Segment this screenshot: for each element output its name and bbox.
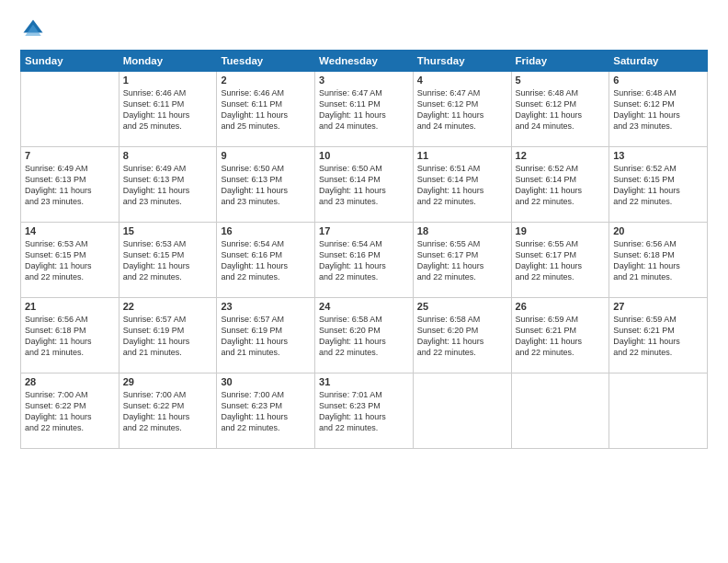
calendar-week-1: 7Sunrise: 6:49 AM Sunset: 6:13 PM Daylig… <box>21 147 708 223</box>
day-number: 20 <box>613 225 703 236</box>
day-number: 22 <box>123 301 213 312</box>
day-detail: Sunrise: 6:46 AM Sunset: 6:11 PM Dayligh… <box>123 87 213 132</box>
day-number: 5 <box>516 75 606 86</box>
day-detail: Sunrise: 6:57 AM Sunset: 6:19 PM Dayligh… <box>123 314 213 359</box>
calendar-cell <box>21 72 119 147</box>
calendar-cell: 3Sunrise: 6:47 AM Sunset: 6:11 PM Daylig… <box>315 72 414 147</box>
day-number: 17 <box>319 225 409 236</box>
day-detail: Sunrise: 6:49 AM Sunset: 6:13 PM Dayligh… <box>25 163 115 208</box>
day-detail: Sunrise: 6:48 AM Sunset: 6:12 PM Dayligh… <box>516 87 606 132</box>
day-number: 21 <box>25 301 115 312</box>
day-detail: Sunrise: 6:55 AM Sunset: 6:17 PM Dayligh… <box>417 238 507 283</box>
calendar-cell: 27Sunrise: 6:59 AM Sunset: 6:21 PM Dayli… <box>609 298 708 373</box>
day-detail: Sunrise: 6:49 AM Sunset: 6:13 PM Dayligh… <box>123 163 213 208</box>
calendar-cell: 12Sunrise: 6:52 AM Sunset: 6:14 PM Dayli… <box>511 147 609 223</box>
day-detail: Sunrise: 6:59 AM Sunset: 6:21 PM Dayligh… <box>613 314 703 359</box>
page: SundayMondayTuesdayWednesdayThursdayFrid… <box>0 0 728 563</box>
calendar-cell <box>413 373 511 449</box>
weekday-header-saturday: Saturday <box>609 51 708 72</box>
calendar-cell: 29Sunrise: 7:00 AM Sunset: 6:22 PM Dayli… <box>119 373 217 449</box>
calendar-cell: 25Sunrise: 6:58 AM Sunset: 6:20 PM Dayli… <box>413 298 511 373</box>
weekday-header-friday: Friday <box>511 51 609 72</box>
calendar-cell: 19Sunrise: 6:55 AM Sunset: 6:17 PM Dayli… <box>511 223 609 298</box>
day-number: 16 <box>221 225 311 236</box>
day-number: 31 <box>319 376 409 387</box>
day-number: 23 <box>221 301 311 312</box>
day-number: 14 <box>25 225 115 236</box>
day-detail: Sunrise: 7:00 AM Sunset: 6:23 PM Dayligh… <box>221 389 311 434</box>
day-number: 29 <box>123 376 213 387</box>
calendar-cell: 16Sunrise: 6:54 AM Sunset: 6:16 PM Dayli… <box>217 223 315 298</box>
weekday-header-wednesday: Wednesday <box>315 51 414 72</box>
calendar-week-3: 21Sunrise: 6:56 AM Sunset: 6:18 PM Dayli… <box>21 298 708 373</box>
calendar-cell: 15Sunrise: 6:53 AM Sunset: 6:15 PM Dayli… <box>119 223 217 298</box>
day-number: 2 <box>221 75 311 86</box>
day-number: 18 <box>417 225 507 236</box>
calendar-cell: 31Sunrise: 7:01 AM Sunset: 6:23 PM Dayli… <box>315 373 414 449</box>
calendar-cell: 7Sunrise: 6:49 AM Sunset: 6:13 PM Daylig… <box>21 147 119 223</box>
day-detail: Sunrise: 6:52 AM Sunset: 6:15 PM Dayligh… <box>613 163 703 208</box>
day-detail: Sunrise: 7:00 AM Sunset: 6:22 PM Dayligh… <box>123 389 213 434</box>
calendar-cell: 28Sunrise: 7:00 AM Sunset: 6:22 PM Dayli… <box>21 373 119 449</box>
day-number: 15 <box>123 225 213 236</box>
day-number: 6 <box>613 75 703 86</box>
calendar-cell: 17Sunrise: 6:54 AM Sunset: 6:16 PM Dayli… <box>315 223 414 298</box>
weekday-header-thursday: Thursday <box>413 51 511 72</box>
calendar-cell: 11Sunrise: 6:51 AM Sunset: 6:14 PM Dayli… <box>413 147 511 223</box>
day-detail: Sunrise: 6:57 AM Sunset: 6:19 PM Dayligh… <box>221 314 311 359</box>
day-number: 3 <box>319 75 409 86</box>
day-detail: Sunrise: 6:52 AM Sunset: 6:14 PM Dayligh… <box>516 163 606 208</box>
calendar-cell: 21Sunrise: 6:56 AM Sunset: 6:18 PM Dayli… <box>21 298 119 373</box>
calendar-body: 1Sunrise: 6:46 AM Sunset: 6:11 PM Daylig… <box>21 72 708 449</box>
day-detail: Sunrise: 6:47 AM Sunset: 6:11 PM Dayligh… <box>319 87 409 132</box>
day-detail: Sunrise: 6:56 AM Sunset: 6:18 PM Dayligh… <box>613 238 703 283</box>
weekday-header-sunday: Sunday <box>21 51 119 72</box>
day-number: 4 <box>417 75 507 86</box>
day-detail: Sunrise: 7:01 AM Sunset: 6:23 PM Dayligh… <box>319 389 409 434</box>
day-number: 25 <box>417 301 507 312</box>
day-number: 13 <box>613 150 703 161</box>
logo-icon <box>20 17 46 42</box>
day-detail: Sunrise: 6:59 AM Sunset: 6:21 PM Dayligh… <box>516 314 606 359</box>
calendar-cell: 4Sunrise: 6:47 AM Sunset: 6:12 PM Daylig… <box>413 72 511 147</box>
day-detail: Sunrise: 6:53 AM Sunset: 6:15 PM Dayligh… <box>25 238 115 283</box>
calendar-cell: 24Sunrise: 6:58 AM Sunset: 6:20 PM Dayli… <box>315 298 414 373</box>
day-detail: Sunrise: 6:46 AM Sunset: 6:11 PM Dayligh… <box>221 87 311 132</box>
day-number: 10 <box>319 150 409 161</box>
day-detail: Sunrise: 6:58 AM Sunset: 6:20 PM Dayligh… <box>417 314 507 359</box>
calendar-table: SundayMondayTuesdayWednesdayThursdayFrid… <box>20 50 708 449</box>
day-number: 24 <box>319 301 409 312</box>
day-number: 8 <box>123 150 213 161</box>
day-detail: Sunrise: 6:50 AM Sunset: 6:14 PM Dayligh… <box>319 163 409 208</box>
day-detail: Sunrise: 6:54 AM Sunset: 6:16 PM Dayligh… <box>221 238 311 283</box>
calendar-cell: 2Sunrise: 6:46 AM Sunset: 6:11 PM Daylig… <box>217 72 315 147</box>
day-detail: Sunrise: 6:58 AM Sunset: 6:20 PM Dayligh… <box>319 314 409 359</box>
day-number: 9 <box>221 150 311 161</box>
day-detail: Sunrise: 6:53 AM Sunset: 6:15 PM Dayligh… <box>123 238 213 283</box>
header <box>20 17 708 42</box>
calendar-cell: 1Sunrise: 6:46 AM Sunset: 6:11 PM Daylig… <box>119 72 217 147</box>
calendar-cell: 9Sunrise: 6:50 AM Sunset: 6:13 PM Daylig… <box>217 147 315 223</box>
calendar-cell: 18Sunrise: 6:55 AM Sunset: 6:17 PM Dayli… <box>413 223 511 298</box>
calendar-cell: 13Sunrise: 6:52 AM Sunset: 6:15 PM Dayli… <box>609 147 708 223</box>
day-detail: Sunrise: 6:50 AM Sunset: 6:13 PM Dayligh… <box>221 163 311 208</box>
day-detail: Sunrise: 6:51 AM Sunset: 6:14 PM Dayligh… <box>417 163 507 208</box>
day-detail: Sunrise: 6:56 AM Sunset: 6:18 PM Dayligh… <box>25 314 115 359</box>
day-number: 19 <box>516 225 606 236</box>
day-number: 26 <box>516 301 606 312</box>
day-number: 28 <box>25 376 115 387</box>
day-detail: Sunrise: 7:00 AM Sunset: 6:22 PM Dayligh… <box>25 389 115 434</box>
day-number: 1 <box>123 75 213 86</box>
day-number: 27 <box>613 301 703 312</box>
weekday-header-tuesday: Tuesday <box>217 51 315 72</box>
weekday-row: SundayMondayTuesdayWednesdayThursdayFrid… <box>21 51 708 72</box>
calendar-cell: 14Sunrise: 6:53 AM Sunset: 6:15 PM Dayli… <box>21 223 119 298</box>
calendar-cell: 5Sunrise: 6:48 AM Sunset: 6:12 PM Daylig… <box>511 72 609 147</box>
calendar-cell <box>609 373 708 449</box>
calendar-cell: 8Sunrise: 6:49 AM Sunset: 6:13 PM Daylig… <box>119 147 217 223</box>
day-detail: Sunrise: 6:47 AM Sunset: 6:12 PM Dayligh… <box>417 87 507 132</box>
calendar-cell: 23Sunrise: 6:57 AM Sunset: 6:19 PM Dayli… <box>217 298 315 373</box>
calendar-cell: 22Sunrise: 6:57 AM Sunset: 6:19 PM Dayli… <box>119 298 217 373</box>
day-number: 12 <box>516 150 606 161</box>
calendar-header: SundayMondayTuesdayWednesdayThursdayFrid… <box>21 51 708 72</box>
